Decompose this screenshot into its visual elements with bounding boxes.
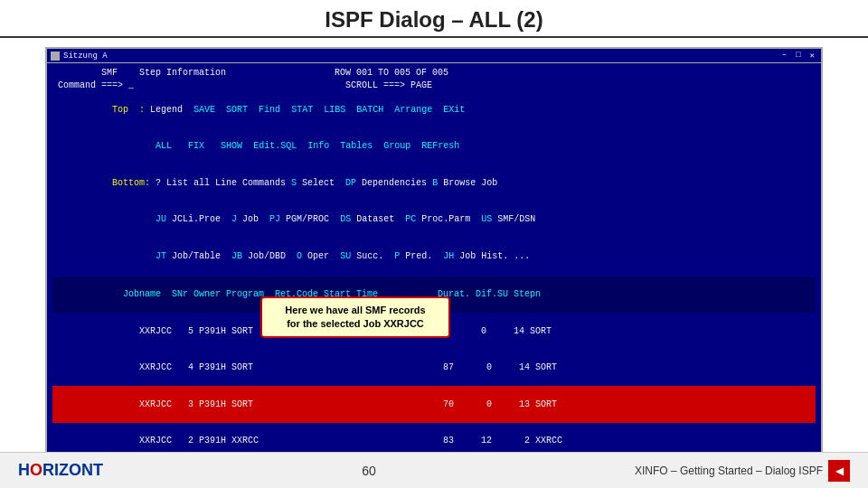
terminal-icon xyxy=(51,52,60,61)
page-container: ISPF Dialog – ALL (2) Sitzung A – □ ✕ xyxy=(0,0,868,488)
bottom-items: ? List all Line Commands S Select DP Dep… xyxy=(156,178,497,188)
table-row-3[interactable]: XXRJCC 3 P391H SORT 70 0 13 SORT xyxy=(52,386,816,423)
menu-bottom2-line: JU JCLi.Proe J Job PJ PGM/PROC DS Datase… xyxy=(52,202,816,239)
row-3-content: XXRJCC 3 P391H SORT 70 0 13 SORT xyxy=(134,399,557,409)
callout-line2: for the selected Job XXRJCC xyxy=(287,318,424,329)
logo-o: O xyxy=(30,461,42,479)
callout-box: Here we have all SMF records for the sel… xyxy=(260,296,450,339)
logo-rest: RIZONT xyxy=(42,461,103,479)
menu-bottom-line: Bottom: ? List all Line Commands S Selec… xyxy=(52,164,816,202)
menu-top-label: Top : xyxy=(107,105,150,115)
terminal-title-label: Sitzung A xyxy=(63,52,108,61)
header-line-2: Command ===> _ SCROLL ===> PAGE xyxy=(52,80,816,92)
page-title-area: ISPF Dialog – ALL (2) xyxy=(0,0,868,38)
page-footer: HORIZONT 60 XINFO – Getting Started – Di… xyxy=(0,452,868,488)
menu-bottom3-text: JT Job/Table JB Job/DBD O Oper SU Succ. … xyxy=(107,251,530,261)
terminal-controls[interactable]: – □ ✕ xyxy=(779,51,817,61)
table-row-2[interactable]: XXRJCC 4 P391H SORT 87 0 14 SORT xyxy=(52,350,816,387)
terminal-titlebar: Sitzung A – □ ✕ xyxy=(47,49,821,63)
footer-page-number: 60 xyxy=(362,464,376,478)
logo-h: H xyxy=(18,461,30,479)
terminal-title-left: Sitzung A xyxy=(51,52,108,61)
menu-top-items: Legend SAVE SORT Find STAT LIBS BATCH Ar… xyxy=(150,105,465,115)
row-indicator-2 xyxy=(118,362,134,372)
terminal-body: SMF Step Information ROW 001 TO 005 OF 0… xyxy=(47,63,821,488)
row-indicator-4 xyxy=(118,436,134,446)
menu-all-line: ALL FIX SHOW Edit.SQL Info Tables Group … xyxy=(52,128,816,165)
maximize-button[interactable]: □ xyxy=(793,51,803,61)
bottom-label: Bottom: xyxy=(107,178,156,188)
menu-all-items: ALL FIX SHOW Edit.SQL Info Tables Group … xyxy=(107,141,459,151)
close-button[interactable]: ✕ xyxy=(807,51,817,61)
minimize-button[interactable]: – xyxy=(779,51,789,61)
header-line-1: SMF Step Information ROW 001 TO 005 OF 0… xyxy=(52,67,816,80)
row-indicator-3 xyxy=(118,399,134,409)
terminal-window: Sitzung A – □ ✕ SMF Step Information ROW… xyxy=(45,47,823,488)
menu-top-line: Top : Legend SAVE SORT Find STAT LIBS BA… xyxy=(52,91,816,128)
footer-logo: HORIZONT xyxy=(18,461,103,480)
row-2-content: XXRJCC 4 P391H SORT 87 0 14 SORT xyxy=(134,362,557,372)
callout-line1: Here we have all SMF records xyxy=(285,305,425,315)
footer-breadcrumb-text: XINFO – Getting Started – Dialog ISPF xyxy=(635,465,823,477)
menu-bottom3-line: JT Job/Table JB Job/DBD O Oper SU Succ. … xyxy=(52,238,816,275)
menu-bottom2-text: JU JCLi.Proe J Job PJ PGM/PROC DS Datase… xyxy=(107,214,535,224)
row-indicator-1 xyxy=(118,326,134,336)
main-content: Sitzung A – □ ✕ SMF Step Information ROW… xyxy=(0,43,868,488)
page-title: ISPF Dialog – ALL (2) xyxy=(325,7,542,32)
footer-breadcrumb: XINFO – Getting Started – Dialog ISPF ◀ xyxy=(635,460,850,482)
footer-nav-button[interactable]: ◀ xyxy=(828,460,850,482)
row-4-content: XXRJCC 2 P391H XXRCC 83 12 2 XXRCC xyxy=(134,436,562,446)
